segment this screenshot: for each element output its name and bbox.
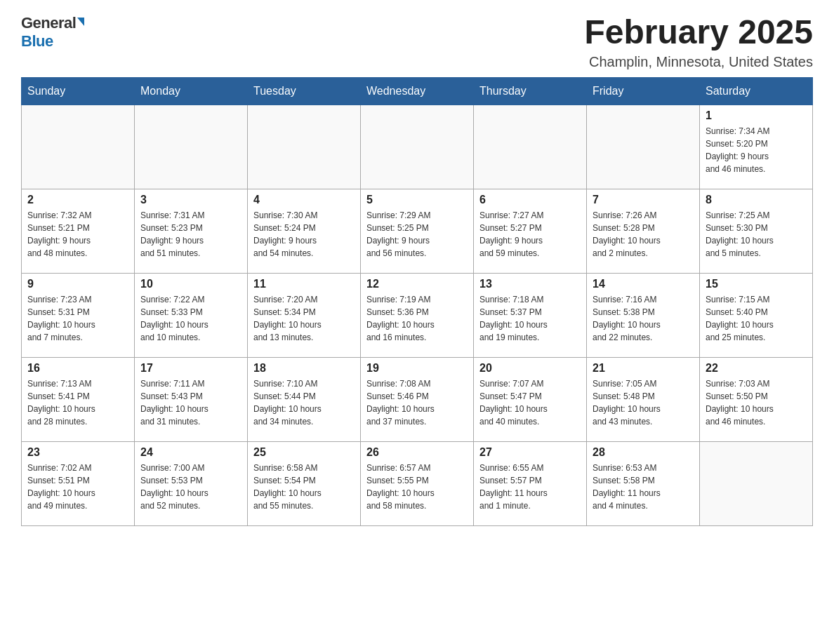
day-number: 27 <box>479 446 581 459</box>
day-info: Sunrise: 7:15 AM Sunset: 5:40 PM Dayligh… <box>706 293 807 344</box>
day-number: 14 <box>593 278 694 290</box>
day-number: 2 <box>27 194 128 206</box>
calendar-cell <box>700 441 813 525</box>
day-info: Sunrise: 7:08 AM Sunset: 5:46 PM Dayligh… <box>366 377 468 428</box>
logo-blue-text: Blue <box>21 32 53 50</box>
calendar-cell: 24Sunrise: 7:00 AM Sunset: 5:53 PM Dayli… <box>135 441 248 525</box>
day-info: Sunrise: 7:18 AM Sunset: 5:37 PM Dayligh… <box>479 293 581 344</box>
day-number: 21 <box>593 362 694 375</box>
day-info: Sunrise: 7:19 AM Sunset: 5:36 PM Dayligh… <box>366 293 468 344</box>
day-info: Sunrise: 7:05 AM Sunset: 5:48 PM Dayligh… <box>593 377 694 428</box>
day-number: 18 <box>253 362 355 375</box>
logo-general-text: General <box>21 14 76 32</box>
calendar-week-3: 9Sunrise: 7:23 AM Sunset: 5:31 PM Daylig… <box>22 273 813 357</box>
day-number: 6 <box>479 194 581 206</box>
calendar-cell: 16Sunrise: 7:13 AM Sunset: 5:41 PM Dayli… <box>22 357 135 441</box>
day-number: 13 <box>479 278 581 290</box>
calendar-cell: 13Sunrise: 7:18 AM Sunset: 5:37 PM Dayli… <box>474 273 587 357</box>
calendar-cell: 14Sunrise: 7:16 AM Sunset: 5:38 PM Dayli… <box>587 273 700 357</box>
calendar-cell: 21Sunrise: 7:05 AM Sunset: 5:48 PM Dayli… <box>587 357 700 441</box>
day-info: Sunrise: 7:29 AM Sunset: 5:25 PM Dayligh… <box>366 209 468 260</box>
logo: General Blue <box>21 14 84 51</box>
calendar-cell: 4Sunrise: 7:30 AM Sunset: 5:24 PM Daylig… <box>248 189 361 273</box>
day-info: Sunrise: 7:16 AM Sunset: 5:38 PM Dayligh… <box>593 293 694 344</box>
calendar-week-4: 16Sunrise: 7:13 AM Sunset: 5:41 PM Dayli… <box>22 357 813 441</box>
day-info: Sunrise: 7:23 AM Sunset: 5:31 PM Dayligh… <box>27 293 128 344</box>
calendar-cell: 11Sunrise: 7:20 AM Sunset: 5:34 PM Dayli… <box>248 273 361 357</box>
calendar-cell: 9Sunrise: 7:23 AM Sunset: 5:31 PM Daylig… <box>22 273 135 357</box>
month-title: February 2025 <box>584 14 813 51</box>
weekday-header-row: SundayMondayTuesdayWednesdayThursdayFrid… <box>22 77 813 105</box>
calendar-cell: 8Sunrise: 7:25 AM Sunset: 5:30 PM Daylig… <box>700 189 813 273</box>
calendar-cell: 2Sunrise: 7:32 AM Sunset: 5:21 PM Daylig… <box>22 189 135 273</box>
calendar-cell: 15Sunrise: 7:15 AM Sunset: 5:40 PM Dayli… <box>700 273 813 357</box>
day-info: Sunrise: 7:34 AM Sunset: 5:20 PM Dayligh… <box>706 125 807 175</box>
calendar-cell: 19Sunrise: 7:08 AM Sunset: 5:46 PM Dayli… <box>361 357 474 441</box>
calendar-cell: 28Sunrise: 6:53 AM Sunset: 5:58 PM Dayli… <box>587 441 700 525</box>
calendar-week-5: 23Sunrise: 7:02 AM Sunset: 5:51 PM Dayli… <box>22 441 813 525</box>
day-info: Sunrise: 7:31 AM Sunset: 5:23 PM Dayligh… <box>140 209 241 260</box>
calendar-table: SundayMondayTuesdayWednesdayThursdayFrid… <box>21 77 813 526</box>
calendar-cell: 18Sunrise: 7:10 AM Sunset: 5:44 PM Dayli… <box>248 357 361 441</box>
calendar-cell <box>587 105 700 189</box>
day-info: Sunrise: 7:27 AM Sunset: 5:27 PM Dayligh… <box>479 209 581 260</box>
day-info: Sunrise: 7:10 AM Sunset: 5:44 PM Dayligh… <box>253 377 355 428</box>
day-number: 25 <box>253 446 355 459</box>
calendar-cell <box>22 105 135 189</box>
calendar-week-1: 1Sunrise: 7:34 AM Sunset: 5:20 PM Daylig… <box>22 105 813 189</box>
calendar-cell <box>474 105 587 189</box>
calendar-cell: 5Sunrise: 7:29 AM Sunset: 5:25 PM Daylig… <box>361 189 474 273</box>
page-header: General Blue February 2025 Champlin, Min… <box>21 14 813 70</box>
calendar-cell: 3Sunrise: 7:31 AM Sunset: 5:23 PM Daylig… <box>135 189 248 273</box>
calendar-cell <box>248 105 361 189</box>
day-number: 4 <box>253 194 355 206</box>
calendar-cell <box>135 105 248 189</box>
logo-arrow-icon <box>77 18 84 26</box>
day-info: Sunrise: 7:32 AM Sunset: 5:21 PM Dayligh… <box>27 209 128 260</box>
day-number: 17 <box>140 362 241 375</box>
calendar-cell: 22Sunrise: 7:03 AM Sunset: 5:50 PM Dayli… <box>700 357 813 441</box>
calendar-cell: 23Sunrise: 7:02 AM Sunset: 5:51 PM Dayli… <box>22 441 135 525</box>
day-info: Sunrise: 7:03 AM Sunset: 5:50 PM Dayligh… <box>706 377 807 428</box>
day-number: 20 <box>479 362 581 375</box>
calendar-cell: 27Sunrise: 6:55 AM Sunset: 5:57 PM Dayli… <box>474 441 587 525</box>
weekday-header-saturday: Saturday <box>700 77 813 105</box>
day-number: 22 <box>706 362 807 375</box>
day-number: 3 <box>140 194 241 206</box>
day-number: 10 <box>140 278 241 290</box>
calendar-cell: 10Sunrise: 7:22 AM Sunset: 5:33 PM Dayli… <box>135 273 248 357</box>
calendar-cell: 7Sunrise: 7:26 AM Sunset: 5:28 PM Daylig… <box>587 189 700 273</box>
calendar-week-2: 2Sunrise: 7:32 AM Sunset: 5:21 PM Daylig… <box>22 189 813 273</box>
day-info: Sunrise: 7:30 AM Sunset: 5:24 PM Dayligh… <box>253 209 355 260</box>
calendar-cell: 1Sunrise: 7:34 AM Sunset: 5:20 PM Daylig… <box>700 105 813 189</box>
day-info: Sunrise: 7:25 AM Sunset: 5:30 PM Dayligh… <box>706 209 807 260</box>
day-info: Sunrise: 7:02 AM Sunset: 5:51 PM Dayligh… <box>27 462 128 512</box>
weekday-header-monday: Monday <box>135 77 248 105</box>
weekday-header-wednesday: Wednesday <box>361 77 474 105</box>
day-info: Sunrise: 7:22 AM Sunset: 5:33 PM Dayligh… <box>140 293 241 344</box>
calendar-cell: 17Sunrise: 7:11 AM Sunset: 5:43 PM Dayli… <box>135 357 248 441</box>
day-info: Sunrise: 7:20 AM Sunset: 5:34 PM Dayligh… <box>253 293 355 344</box>
calendar-cell: 25Sunrise: 6:58 AM Sunset: 5:54 PM Dayli… <box>248 441 361 525</box>
day-number: 26 <box>366 446 468 459</box>
day-number: 11 <box>253 278 355 290</box>
calendar-cell <box>361 105 474 189</box>
weekday-header-thursday: Thursday <box>474 77 587 105</box>
weekday-header-tuesday: Tuesday <box>248 77 361 105</box>
day-number: 8 <box>706 194 807 206</box>
day-number: 9 <box>27 278 128 290</box>
calendar-cell: 20Sunrise: 7:07 AM Sunset: 5:47 PM Dayli… <box>474 357 587 441</box>
day-number: 23 <box>27 446 128 459</box>
day-info: Sunrise: 7:07 AM Sunset: 5:47 PM Dayligh… <box>479 377 581 428</box>
day-number: 1 <box>706 109 807 122</box>
day-info: Sunrise: 6:53 AM Sunset: 5:58 PM Dayligh… <box>593 462 694 512</box>
day-info: Sunrise: 6:58 AM Sunset: 5:54 PM Dayligh… <box>253 462 355 512</box>
weekday-header-sunday: Sunday <box>22 77 135 105</box>
day-info: Sunrise: 7:00 AM Sunset: 5:53 PM Dayligh… <box>140 462 241 512</box>
day-number: 24 <box>140 446 241 459</box>
day-info: Sunrise: 7:26 AM Sunset: 5:28 PM Dayligh… <box>593 209 694 260</box>
day-info: Sunrise: 7:11 AM Sunset: 5:43 PM Dayligh… <box>140 377 241 428</box>
calendar-cell: 26Sunrise: 6:57 AM Sunset: 5:55 PM Dayli… <box>361 441 474 525</box>
day-number: 19 <box>366 362 468 375</box>
calendar-cell: 6Sunrise: 7:27 AM Sunset: 5:27 PM Daylig… <box>474 189 587 273</box>
